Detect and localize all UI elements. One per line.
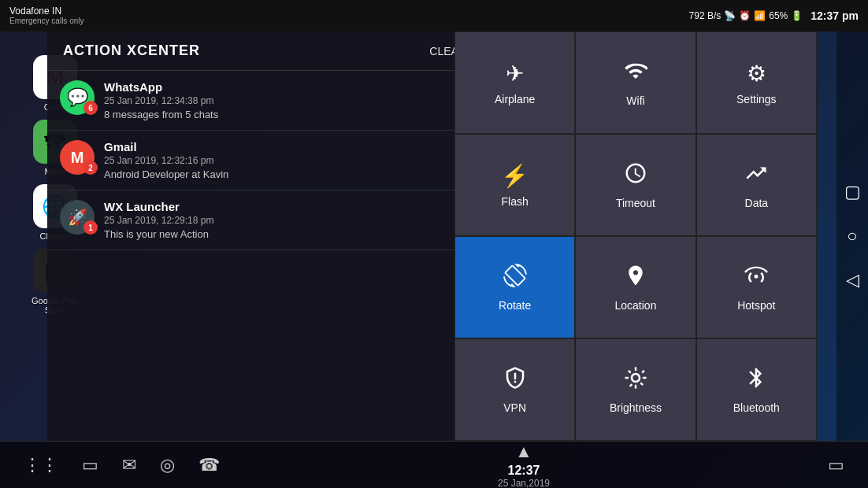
tile-data[interactable]: Data: [696, 134, 817, 236]
network-speed: 792 B/s: [689, 10, 721, 21]
tile-airplane[interactable]: ✈ Airplane: [454, 31, 575, 134]
square-nav-button[interactable]: ▢: [844, 182, 861, 202]
tile-location[interactable]: Location: [575, 236, 696, 338]
xcenter-title: ACTION XCENTER: [63, 43, 200, 59]
signal-icon: 📶: [754, 10, 766, 21]
wxlauncher-time: 25 Jan 2019, 12:29:18 pm: [104, 215, 464, 226]
nav-right-icons: ▭: [828, 455, 844, 475]
nav-left-icons: ⋮⋮ ▭ ✉ ◎ ☎: [24, 455, 220, 475]
bottom-clock: 12:37: [498, 464, 550, 478]
satellite-icon: 📡: [724, 10, 736, 21]
bottom-date: 25 Jan,2019: [498, 478, 550, 489]
emergency-text: Emergency calls only: [9, 17, 83, 26]
carrier-name: Vodafone IN: [9, 6, 83, 17]
screen-cast-icon[interactable]: ▭: [828, 455, 844, 475]
circle-nav-button[interactable]: ○: [847, 226, 857, 246]
bluetooth-icon: [744, 366, 768, 395]
tile-flash[interactable]: ⚡ Flash: [454, 134, 575, 236]
action-xcenter-panel: ACTION XCENTER CLEAR ALL 💬 6 WhatsApp 25…: [47, 31, 504, 441]
carrier-info: Vodafone IN Emergency calls only: [9, 6, 83, 26]
gmail-icon-wrap: M 2: [60, 140, 95, 175]
back-nav-button[interactable]: ◁: [846, 270, 859, 290]
gmail-badge: 2: [83, 161, 98, 175]
vpn-label: VPN: [503, 401, 526, 414]
tile-timeout[interactable]: Timeout: [575, 134, 696, 236]
apps-grid-icon[interactable]: ⋮⋮: [24, 455, 58, 475]
tile-vpn[interactable]: VPN: [454, 338, 575, 441]
phone-icon[interactable]: ☎: [198, 455, 220, 475]
gmail-app-name: Gmail: [104, 140, 464, 153]
airplane-label: Airplane: [495, 93, 535, 105]
wxlauncher-message: This is your new Action: [104, 228, 464, 240]
notification-list: 💬 6 WhatsApp 25 Jan 2019, 12:34:38 pm 8 …: [47, 71, 504, 441]
flash-icon: ⚡: [501, 163, 529, 189]
gmail-time: 25 Jan 2019, 12:32:16 pm: [104, 155, 464, 166]
data-icon: [744, 161, 768, 190]
hotspot-icon: [744, 264, 768, 293]
notification-gmail: M 2 Gmail 25 Jan 2019, 12:32:16 pm Andro…: [47, 131, 504, 190]
tile-settings[interactable]: ⚙ Settings: [696, 31, 817, 134]
whatsapp-badge: 6: [83, 101, 98, 115]
tile-hotspot[interactable]: Hotspot: [696, 236, 817, 338]
bluetooth-label: Bluetooth: [733, 401, 780, 414]
settings-label: Settings: [736, 93, 777, 105]
tile-wifi[interactable]: Wifi: [575, 31, 696, 134]
notification-whatsapp: 💬 6 WhatsApp 25 Jan 2019, 12:34:38 pm 8 …: [47, 71, 504, 131]
clock-time: 12:37 pm: [811, 9, 859, 22]
vpn-icon: [503, 366, 527, 395]
wifi-icon: [624, 59, 647, 88]
xcenter-header: ACTION XCENTER CLEAR ALL: [47, 31, 504, 71]
data-label: Data: [745, 197, 769, 209]
battery-icon: 🔋: [791, 10, 803, 21]
rotate-label: Rotate: [499, 299, 531, 312]
airplane-icon: ✈: [506, 61, 524, 87]
bottom-time-section: ▲ 12:37 25 Jan,2019: [498, 442, 550, 489]
timeout-icon: [624, 161, 647, 190]
whatsapp-content: WhatsApp 25 Jan 2019, 12:34:38 pm 8 mess…: [104, 80, 464, 120]
tile-brightness[interactable]: Brightness: [575, 338, 696, 441]
status-bar: Vodafone IN Emergency calls only 792 B/s…: [0, 0, 868, 31]
quick-controls-grid: ✈ Airplane Wifi ⚙ Settings ⚡ Flash Timeo…: [454, 31, 817, 441]
hotspot-label: Hotspot: [737, 299, 775, 312]
whatsapp-icon-wrap: 💬 6: [60, 80, 95, 115]
gmail-message: Android Developer at Kavin: [104, 168, 464, 180]
whatsapp-message: 8 messages from 5 chats: [104, 109, 464, 120]
battery-level: 65%: [769, 10, 788, 21]
brightness-label: Brightness: [610, 401, 662, 414]
messages-icon[interactable]: ✉: [122, 455, 136, 475]
recent-apps-icon[interactable]: ▭: [82, 455, 98, 475]
notification-wxlauncher: 🚀 1 WX Launcher 25 Jan 2019, 12:29:18 pm…: [47, 190, 504, 250]
wifi-label: Wifi: [626, 94, 644, 107]
scroll-up-icon[interactable]: ▲: [498, 442, 550, 462]
tile-rotate[interactable]: Rotate: [454, 236, 575, 338]
alarm-icon: ⏰: [739, 10, 751, 21]
whatsapp-time: 25 Jan 2019, 12:34:38 pm: [104, 95, 464, 106]
flash-label: Flash: [502, 195, 529, 208]
wxlauncher-app-name: WX Launcher: [104, 200, 464, 213]
wxlauncher-icon-wrap: 🚀 1: [60, 200, 95, 235]
location-label: Location: [615, 299, 657, 312]
browser-icon[interactable]: ◎: [160, 455, 175, 475]
whatsapp-app-name: WhatsApp: [104, 80, 464, 94]
settings-icon: ⚙: [747, 61, 766, 87]
wxlauncher-content: WX Launcher 25 Jan 2019, 12:29:18 pm Thi…: [104, 200, 464, 240]
timeout-label: Timeout: [616, 197, 655, 209]
status-right-icons: 792 B/s 📡 ⏰ 📶 65% 🔋 12:37 pm: [689, 9, 859, 22]
right-edge-nav: ▢ ○ ◁: [836, 31, 868, 441]
brightness-icon: [624, 366, 647, 395]
bottom-nav-bar: ⋮⋮ ▭ ✉ ◎ ☎ ▲ 12:37 25 Jan,2019 ▭: [0, 441, 868, 488]
tile-bluetooth[interactable]: Bluetooth: [696, 338, 817, 441]
rotate-icon: [503, 264, 527, 293]
location-icon: [624, 264, 647, 293]
wxlauncher-badge: 1: [83, 220, 98, 235]
gmail-content: Gmail 25 Jan 2019, 12:32:16 pm Android D…: [104, 140, 464, 180]
